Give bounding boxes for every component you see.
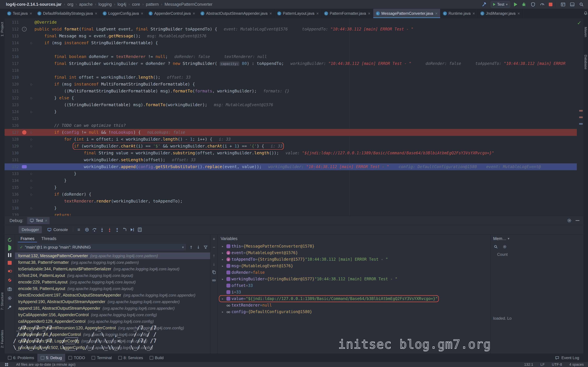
code-line[interactable]: 137 textRenderer.render(workingBuilder, … — [5, 198, 577, 205]
frame-up-icon[interactable] — [189, 245, 193, 250]
debug-session-tab[interactable]: Test × — [27, 217, 50, 224]
frame-row[interactable]: callAppenderPreventRecursion:120, Append… — [15, 325, 210, 331]
code-line[interactable]: 112↑public void format(final LogEvent ev… — [5, 26, 577, 33]
code-line[interactable]: 127◇ if (config != null && !noLookups) {… — [5, 129, 577, 136]
pin-icon[interactable] — [7, 305, 12, 310]
thread-select[interactable]: ✓ "main"@1 in group "main": RUNNING ▾ — [17, 244, 186, 251]
show-watches-glasses-icon[interactable] — [212, 278, 216, 282]
code-line[interactable]: 111@Override — [5, 19, 577, 26]
run-to-cursor-icon[interactable] — [130, 227, 135, 232]
variable-row[interactable]: i = 33 — [218, 289, 490, 295]
frame-row[interactable]: toSerializable:344, PatternLayout$Patter… — [15, 266, 210, 272]
tool-window-tab[interactable]: Build — [146, 354, 167, 362]
frame-row[interactable]: callAppender0:129, AppenderControl(org.a… — [15, 318, 210, 325]
editor-tab[interactable]: CAppenderControl.java× — [146, 9, 198, 18]
close-icon[interactable]: × — [316, 11, 319, 16]
tool-window-tab[interactable]: Terminal — [88, 354, 115, 362]
frame-row[interactable]: append:181, AbstractOutputStreamAppender… — [15, 305, 210, 311]
breadcrumb-item[interactable]: logging — [98, 2, 112, 7]
code-line[interactable]: 113 final Message msg = event.getMessage… — [5, 33, 577, 40]
variable-row[interactable]: ▸this = {MessagePatternConverter@1578} — [218, 243, 490, 250]
run-button[interactable] — [514, 2, 517, 6]
tool-button-database[interactable]: Database — [584, 55, 588, 69]
variable-row[interactable]: ▸value = "${jndi:ldap://127.0.0.1:1389/B… — [218, 295, 490, 302]
tab-console[interactable]: Console — [44, 226, 71, 233]
filter-funnel-icon[interactable] — [203, 245, 208, 250]
tab-threads[interactable]: Threads — [39, 235, 59, 242]
thread-dump-camera-icon[interactable] — [7, 287, 12, 292]
evaluate-expression-icon[interactable] — [137, 227, 142, 232]
expand-chevron-icon[interactable]: ▸ — [220, 257, 225, 261]
profiler-button[interactable] — [540, 2, 545, 7]
frame-row[interactable]: encode:229, PatternLayout(org.apache.log… — [15, 279, 210, 285]
variable-row[interactable]: ▸pevent = {MutableLogEvent@1576} — [218, 250, 490, 256]
fold-marker-icon[interactable]: ◇ — [28, 83, 35, 86]
show-execution-point-icon[interactable] — [84, 227, 90, 232]
code-line[interactable]: 139 return; — [5, 211, 577, 216]
frame-row[interactable]: processLogEvent:502, LoggerConfig(org.ap… — [15, 344, 210, 351]
memory-settings-gear-icon[interactable] — [502, 244, 507, 249]
settings-gear-icon[interactable] — [7, 296, 12, 301]
expand-chevron-icon[interactable]: ▸ — [220, 277, 225, 281]
pause-button[interactable] — [8, 253, 11, 257]
step-over-icon[interactable] — [92, 227, 97, 232]
step-into-icon[interactable] — [99, 227, 105, 232]
code-line[interactable]: 118 — [5, 67, 577, 74]
code-line[interactable]: 120◇ if (msg instanceof MultiFormatStrin… — [5, 81, 577, 88]
frame-row[interactable]: callAppenders:540, LoggerConfig(org.apac… — [15, 338, 210, 344]
fold-marker-icon[interactable]: ◇ — [28, 110, 35, 114]
force-step-into-icon[interactable] — [107, 227, 112, 232]
variable-row[interactable]: ▸config = {DefaultConfiguration@1580} — [218, 309, 490, 315]
expand-chevron-icon[interactable]: ▸ — [220, 310, 225, 314]
code-line[interactable]: 134◇ } — [5, 177, 577, 184]
close-icon[interactable]: × — [435, 11, 438, 16]
tool-window-tab[interactable]: TODO — [65, 354, 88, 362]
expand-chevron-icon[interactable]: ▸ — [220, 297, 225, 301]
editor-tab[interactable]: CRuntime.java× — [440, 9, 478, 18]
move-watch-up-icon[interactable]: ↑ — [213, 253, 215, 258]
close-icon[interactable]: × — [95, 11, 97, 16]
step-out-icon[interactable] — [114, 227, 120, 232]
code-line[interactable]: 115 — [5, 46, 577, 53]
caret-position[interactable]: 132:1 — [524, 362, 533, 367]
tool-window-tab[interactable]: 5: Debug — [37, 354, 65, 362]
code-line[interactable]: 116 final boolean doRender = textRendere… — [5, 53, 577, 60]
frame-down-icon[interactable] — [196, 245, 201, 250]
fold-marker-icon[interactable]: ◇ — [28, 192, 35, 196]
inspections-ok-icon[interactable]: ✓ — [577, 20, 581, 26]
editor-tab[interactable]: CMessagePatternConverter.java× — [373, 9, 440, 18]
coverage-button[interactable] — [530, 2, 536, 7]
gear-icon[interactable] — [567, 218, 572, 223]
indent-setting[interactable]: 4 spaces — [569, 362, 584, 367]
event-log-button[interactable]: Event Log — [555, 356, 583, 360]
variable-row[interactable]: offset = 33 — [218, 282, 490, 289]
fold-marker-icon[interactable]: ◇ — [28, 96, 35, 100]
frame-row[interactable]: format:132, MessagePatternConverter(org.… — [15, 252, 210, 259]
tab-debugger[interactable]: Debugger — [19, 226, 42, 233]
code-line[interactable]: 130 final String value = workingBuilder.… — [5, 150, 577, 157]
code-line[interactable]: 128◇ for (int i = offset; i < workingBui… — [5, 136, 577, 143]
remove-watch-icon[interactable]: − — [213, 245, 215, 250]
code-line[interactable]: 133◇ } — [5, 170, 577, 177]
hide-icon[interactable] — [576, 220, 579, 221]
editor-tab[interactable]: CPatternFormatter.java× — [321, 9, 373, 18]
tool-button-maven[interactable]: Maven — [584, 27, 588, 37]
editor-tab[interactable]: CTest.java× — [5, 9, 35, 18]
build-hammer-icon[interactable] — [482, 2, 487, 7]
code-line[interactable]: 136◇ if (doRender) { — [5, 191, 577, 198]
fold-marker-icon[interactable]: ◇ — [28, 172, 35, 175]
windows-icon[interactable] — [570, 2, 575, 7]
fold-marker-icon[interactable]: ◇ — [28, 41, 35, 45]
file-encoding[interactable]: UTF-8 — [552, 362, 562, 367]
debug-button[interactable] — [521, 2, 527, 7]
breadcrumb-item[interactable]: core — [132, 2, 140, 7]
code-line[interactable]: 122◇ } else { — [5, 94, 577, 101]
breadcrumb-item[interactable]: apache — [79, 2, 93, 7]
stop-button[interactable] — [549, 3, 552, 6]
editor-tab[interactable]: CJndiManager.java× — [478, 9, 523, 18]
close-icon[interactable]: × — [269, 11, 272, 16]
run-config-select[interactable]: Test ▾ — [491, 1, 510, 8]
frame-row[interactable]: encode:59, PatternLayout(org.apache.logg… — [15, 285, 210, 292]
tab-frames[interactable]: Frames — [18, 235, 37, 242]
frame-row[interactable]: directEncodeEvent:197, AbstractOutputStr… — [15, 292, 210, 298]
